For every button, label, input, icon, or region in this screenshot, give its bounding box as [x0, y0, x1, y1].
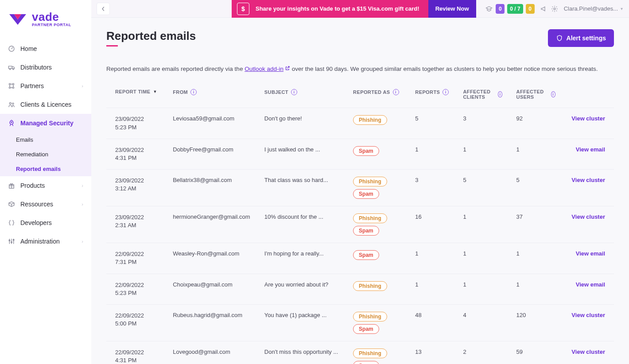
sidebar-subitem-remediation[interactable]: Remediation [0, 147, 91, 162]
info-icon[interactable]: i [291, 89, 297, 95]
tag-spam: Spam [353, 146, 379, 156]
megaphone-icon[interactable] [540, 5, 548, 13]
chevron-right-icon: › [82, 201, 83, 207]
logo[interactable]: vade PARTNER PORTAL [0, 11, 91, 39]
cell-clients: 1 [454, 243, 507, 274]
action-email[interactable]: View email [576, 281, 605, 288]
col-report-time[interactable]: REPORT TIME [115, 89, 151, 94]
cell-users: 1 [508, 243, 561, 274]
cell-from: Lovegood@gmail.com [164, 341, 256, 364]
info-icon[interactable]: i [551, 91, 555, 97]
tag-spam: Spam [353, 250, 379, 260]
sidebar-item-label: Ressources [20, 201, 76, 208]
sidebar-item-label: Products [20, 182, 76, 189]
tag-spam: Spam [353, 361, 379, 364]
action-cluster[interactable]: View cluster [571, 349, 605, 355]
col-reports[interactable]: REPORTS [415, 89, 440, 95]
table-row: 23/09/20224:31 PMDobbyFree@gmail.comI ju… [106, 139, 614, 169]
svg-point-9 [12, 103, 14, 104]
outlook-link[interactable]: Outlook add-in [245, 66, 290, 72]
cell-reports: 13 [406, 341, 454, 364]
col-from[interactable]: FROM [173, 89, 188, 95]
sidebar-item-distributors[interactable]: Distributors [0, 58, 91, 77]
col-affected-clients[interactable]: AFFECTED CLIENTS [463, 89, 495, 100]
sidebar-item-partners[interactable]: Partners› [0, 77, 91, 95]
cell-subject: Don't go there! [256, 108, 344, 139]
cell-users: 59 [508, 341, 561, 364]
action-email[interactable]: View email [576, 146, 605, 153]
col-reported-as[interactable]: REPORTED AS [353, 89, 390, 95]
sidebar-item-products[interactable]: Products› [0, 176, 91, 195]
brand-sub: PARTNER PORTAL [32, 23, 71, 27]
cell-reported-as: PhishingSpam [344, 304, 406, 341]
svg-point-10 [11, 122, 12, 123]
tag-spam: Spam [353, 226, 379, 236]
cell-subject: I'm hoping for a really... [256, 243, 344, 274]
cell-subject: 10% discount for the ... [256, 206, 344, 243]
cell-reports: 48 [406, 304, 454, 341]
cell-from: Weasley-Ron@gmail.com [164, 243, 256, 274]
action-cluster[interactable]: View cluster [571, 213, 605, 220]
cell-reports: 16 [406, 206, 454, 243]
col-affected-users[interactable]: AFFECTED USERS [516, 89, 548, 100]
info-icon[interactable]: i [393, 89, 399, 95]
truck-icon [8, 64, 15, 71]
sidebar-item-label: Partners [20, 82, 76, 89]
table-row: 23/09/20223:12 AMBellatrix38@gmail.comTh… [106, 170, 614, 206]
info-icon[interactable]: i [190, 89, 197, 95]
cell-subject: Are you worried about it? [256, 274, 344, 304]
sidebar-item-home[interactable]: Home [0, 39, 91, 58]
action-cluster[interactable]: View cluster [571, 177, 605, 183]
cell-users: 5 [508, 170, 561, 206]
cell-subject: Don't miss this opportunity ... [256, 341, 344, 364]
chevron-left-icon [101, 7, 105, 11]
alert-settings-label: Alert settings [567, 35, 606, 42]
alert-settings-button[interactable]: Alert settings [548, 29, 614, 47]
sidebar-subitem-emails[interactable]: Emails [0, 132, 91, 147]
badge-announcements[interactable]: 0 [496, 4, 505, 14]
sidebar-item-label: Developers [20, 219, 83, 226]
cell-subject: I just walked on the ... [256, 139, 344, 169]
cell-users: 92 [508, 108, 561, 139]
info-icon[interactable]: i [498, 91, 502, 97]
sidebar-item-clients-licences[interactable]: Clients & Licences [0, 95, 91, 114]
info-icon[interactable]: i [443, 89, 449, 95]
svg-point-2 [9, 69, 11, 70]
chevron-right-icon: › [82, 83, 83, 89]
sliders-icon [8, 238, 15, 245]
sidebar-item-administration[interactable]: Administration› [0, 232, 91, 251]
gear-icon[interactable] [551, 5, 559, 13]
badge-warnings[interactable]: 0 [526, 4, 535, 14]
sidebar-item-managed-security[interactable]: Managed Security [0, 114, 91, 132]
table-row: 22/09/20224:31 PMLovegood@gmail.comDon't… [106, 341, 614, 364]
cell-time: 22/09/20227:31 PM [106, 243, 164, 274]
promo-banner: $ Share your insights on Vade to get a $… [232, 0, 476, 18]
cell-users: 37 [508, 206, 561, 243]
sidebar-item-ressources[interactable]: Ressources› [0, 195, 91, 213]
user-menu[interactable]: Clara.Pinel@vades... ▾ [564, 5, 623, 12]
cell-subject: That class was so hard... [256, 170, 344, 206]
svg-rect-1 [8, 66, 12, 68]
cell-time: 22/09/20224:31 PM [106, 341, 164, 364]
table-row: 23/09/20225:23 PMLeviosaa59@gmail.comDon… [106, 108, 614, 139]
cell-time: 23/09/20225:23 PM [106, 108, 164, 139]
review-now-button[interactable]: Review Now [428, 0, 476, 18]
chevron-right-icon: › [82, 239, 83, 244]
action-cluster[interactable]: View cluster [571, 115, 605, 122]
col-subject[interactable]: SUBJECT [264, 89, 288, 95]
table-row: 22/09/20225:00 PMRubeus.hagrid@gmail.com… [106, 304, 614, 341]
tag-phishing: Phishing [353, 213, 387, 223]
cell-clients: 1 [454, 206, 507, 243]
action-cluster[interactable]: View cluster [571, 312, 605, 318]
back-button[interactable] [97, 3, 110, 15]
sidebar-subitem-reported-emails[interactable]: Reported emails [0, 162, 91, 176]
tag-phishing: Phishing [353, 349, 387, 358]
sidebar-item-developers[interactable]: Developers [0, 213, 91, 232]
table-row: 23/09/20222:31 AMhermioneGranger@gmail.c… [106, 206, 614, 243]
chevron-right-icon: › [82, 183, 83, 188]
graduation-icon[interactable] [485, 5, 493, 13]
badge-tasks[interactable]: 0 / 7 [507, 4, 523, 14]
gift-icon [8, 182, 15, 189]
svg-point-8 [9, 102, 11, 104]
action-email[interactable]: View email [576, 250, 605, 257]
